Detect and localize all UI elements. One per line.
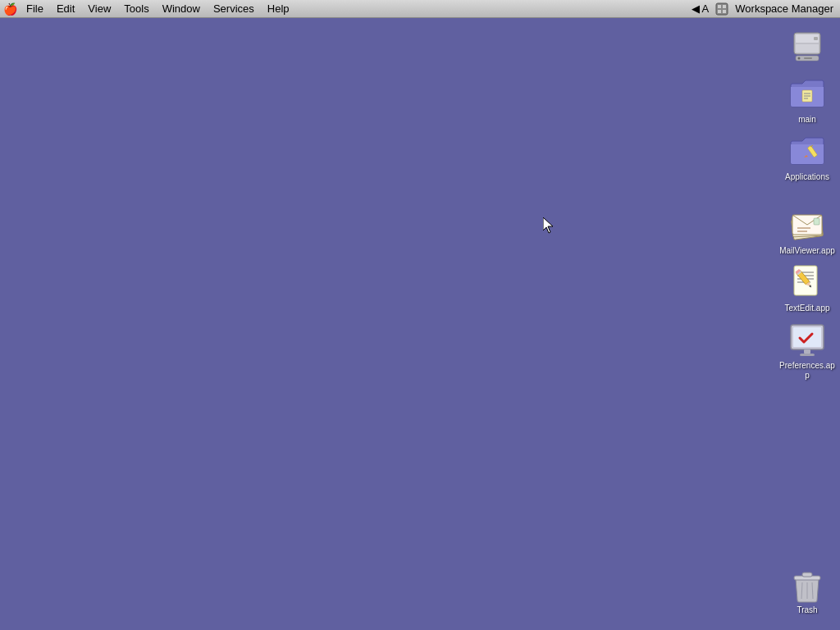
menubar-right: ◀ A Workspace Manager	[692, 2, 840, 16]
textedit-label: TextEdit.app	[784, 304, 829, 313]
menu-services[interactable]: Services	[207, 0, 261, 18]
applications-folder-item[interactable]: Applications	[776, 130, 838, 184]
main-folder-icon	[788, 74, 827, 113]
svg-rect-39	[800, 354, 815, 356]
dock: main Applications	[774, 18, 840, 630]
applications-folder-icon	[788, 131, 827, 171]
harddisk-icon-item[interactable]	[776, 25, 838, 69]
menu-view[interactable]: View	[81, 0, 117, 18]
svg-point-10	[798, 57, 801, 60]
svg-rect-7	[796, 44, 819, 52]
svg-rect-1	[718, 5, 721, 8]
menubar: 🍎 File Edit View Tools Window Services H…	[0, 0, 840, 18]
svg-rect-24	[814, 218, 819, 225]
mailviewer-icon	[788, 205, 827, 244]
workspace-icon	[715, 2, 728, 16]
svg-marker-45	[543, 217, 553, 233]
apple-icon: 🍎	[3, 2, 17, 16]
clock-display: ◀ A	[692, 2, 710, 15]
svg-rect-3	[718, 10, 721, 13]
svg-rect-8	[814, 37, 818, 40]
preferences-icon	[788, 320, 827, 359]
mailviewer-label: MailViewer.app	[779, 246, 835, 256]
desktop: main Applications	[0, 18, 840, 630]
trash-icon	[788, 564, 827, 604]
menu-file[interactable]: File	[20, 0, 50, 18]
preferences-label: Preferences.app	[778, 361, 837, 381]
trash-label: Trash	[797, 605, 817, 615]
menu-help[interactable]: Help	[261, 0, 296, 18]
harddisk-icon	[788, 26, 827, 66]
mailviewer-icon-item[interactable]: MailViewer.app	[776, 203, 838, 258]
svg-rect-2	[723, 5, 726, 8]
textedit-icon	[788, 262, 827, 302]
menu-window[interactable]: Window	[156, 0, 207, 18]
applications-folder-label: Applications	[785, 172, 829, 182]
svg-rect-41	[802, 573, 812, 577]
svg-rect-4	[723, 10, 726, 13]
trash-icon-item[interactable]: Trash	[776, 563, 838, 617]
mouse-cursor	[543, 217, 553, 234]
preferences-icon-item[interactable]: Preferences.app	[776, 318, 838, 382]
svg-rect-38	[804, 349, 810, 354]
main-folder-label: main	[798, 115, 816, 125]
main-folder-item[interactable]: main	[776, 72, 838, 126]
menu-tools[interactable]: Tools	[117, 0, 155, 18]
apple-menu[interactable]: 🍎	[0, 0, 20, 18]
svg-rect-11	[804, 57, 812, 59]
menu-edit[interactable]: Edit	[50, 0, 81, 18]
textedit-icon-item[interactable]: TextEdit.app	[776, 261, 838, 315]
workspace-manager-label: Workspace Manager	[735, 2, 833, 15]
